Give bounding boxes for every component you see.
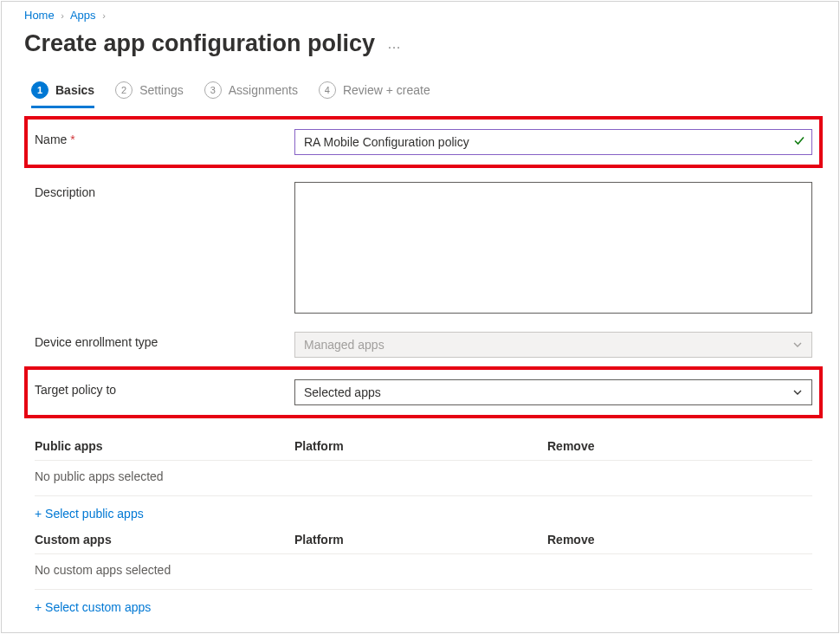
table-row: No custom apps selected xyxy=(35,553,812,585)
public-apps-header: Public apps Platform Remove xyxy=(35,432,812,460)
custom-apps-header: Custom apps Platform Remove xyxy=(35,526,812,553)
select-custom-apps-link[interactable]: + Select custom apps xyxy=(35,590,151,619)
required-icon: * xyxy=(70,133,74,146)
col-public-apps: Public apps xyxy=(35,439,294,453)
chevron-right-icon: › xyxy=(102,10,106,21)
chevron-down-icon xyxy=(792,340,803,350)
tab-label: Settings xyxy=(139,83,184,97)
tab-assignments[interactable]: 3 Assignments xyxy=(204,81,298,106)
tab-badge: 4 xyxy=(319,81,336,99)
tab-review-create[interactable]: 4 Review + create xyxy=(319,81,430,106)
name-input[interactable] xyxy=(294,129,812,155)
highlight-name: Name * xyxy=(24,116,823,168)
description-label: Description xyxy=(35,182,294,199)
col-remove: Remove xyxy=(547,439,812,453)
custom-apps-empty: No custom apps selected xyxy=(35,563,294,577)
description-textarea[interactable] xyxy=(294,182,812,314)
col-platform: Platform xyxy=(294,439,547,453)
breadcrumb-home[interactable]: Home xyxy=(24,9,55,22)
tab-label: Review + create xyxy=(343,83,430,97)
tab-badge: 3 xyxy=(204,81,222,99)
tab-badge: 1 xyxy=(31,81,48,99)
public-apps-empty: No public apps selected xyxy=(35,469,294,483)
tab-basics[interactable]: 1 Basics xyxy=(31,81,94,108)
select-public-apps-link[interactable]: + Select public apps xyxy=(35,496,144,526)
more-actions-button[interactable]: … xyxy=(387,36,402,52)
target-policy-label: Target policy to xyxy=(35,379,294,397)
breadcrumb: Home › Apps › xyxy=(24,7,823,27)
tab-label: Assignments xyxy=(229,83,298,97)
breadcrumb-apps[interactable]: Apps xyxy=(70,9,96,22)
chevron-right-icon: › xyxy=(61,10,64,21)
enrollment-type-select: Managed apps xyxy=(294,332,812,358)
name-label: Name * xyxy=(35,129,294,146)
page-title: Create app configuration policy xyxy=(24,30,375,57)
highlight-target: Target policy to Selected apps xyxy=(24,366,823,418)
tab-badge: 2 xyxy=(115,81,132,99)
tab-label: Basics xyxy=(55,83,94,97)
col-remove: Remove xyxy=(547,533,812,547)
table-row: No public apps selected xyxy=(35,460,812,492)
checkmark-icon xyxy=(793,135,805,150)
enrollment-type-label: Device enrollment type xyxy=(35,332,294,349)
tab-settings[interactable]: 2 Settings xyxy=(115,81,184,106)
col-custom-apps: Custom apps xyxy=(35,533,294,547)
col-platform: Platform xyxy=(294,533,547,547)
chevron-down-icon xyxy=(792,387,803,398)
wizard-tabs: 1 Basics 2 Settings 3 Assignments 4 Revi… xyxy=(24,81,823,111)
target-policy-select[interactable]: Selected apps xyxy=(294,379,812,405)
